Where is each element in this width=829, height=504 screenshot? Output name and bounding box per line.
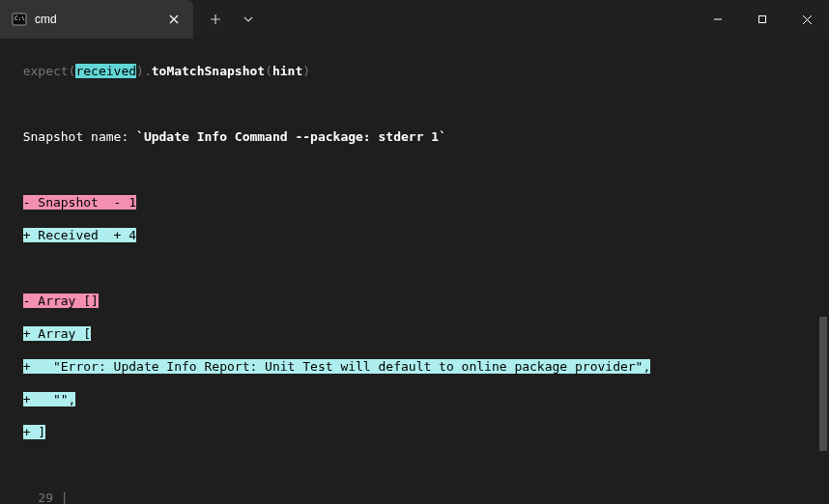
- titlebar-drag-region[interactable]: [263, 0, 696, 39]
- tab-close-button[interactable]: [166, 12, 182, 27]
- titlebar: C:\ cmd: [0, 0, 829, 39]
- tab-label: cmd: [35, 13, 158, 26]
- tab-cmd[interactable]: C:\ cmd: [0, 0, 193, 39]
- maximize-button[interactable]: [740, 0, 785, 39]
- output-line: [8, 96, 825, 112]
- output-line: 29 |: [8, 490, 825, 504]
- output-line: [8, 260, 825, 276]
- svg-text:C:\: C:\: [14, 14, 25, 21]
- window-controls: [696, 0, 829, 39]
- tab-dropdown-button[interactable]: [234, 5, 263, 34]
- new-tab-button[interactable]: [201, 5, 230, 34]
- output-line: Snapshot name: `Update Info Command --pa…: [8, 128, 825, 145]
- scrollbar-thumb[interactable]: [819, 317, 827, 452]
- output-line: + "Error: Update Info Report: Unit Test …: [8, 358, 825, 375]
- titlebar-actions: [193, 0, 263, 39]
- output-line: - Snapshot - 1: [8, 194, 825, 210]
- output-line: + "",: [8, 391, 825, 407]
- output-line: - Array []: [8, 293, 825, 309]
- vertical-scrollbar[interactable]: [819, 46, 827, 496]
- output-line: + Array [: [8, 325, 825, 342]
- terminal-output[interactable]: expect(received).toMatchSnapshot(hint) S…: [0, 39, 829, 504]
- window-close-button[interactable]: [785, 0, 829, 39]
- output-line: expect(received).toMatchSnapshot(hint): [8, 63, 825, 79]
- output-line: [8, 161, 825, 178]
- minimize-button[interactable]: [696, 0, 740, 39]
- output-line: [8, 457, 825, 473]
- svg-rect-2: [759, 16, 766, 23]
- cmd-icon: C:\: [12, 12, 27, 27]
- output-line: + ]: [8, 424, 825, 440]
- output-line: + Received + 4: [8, 227, 825, 243]
